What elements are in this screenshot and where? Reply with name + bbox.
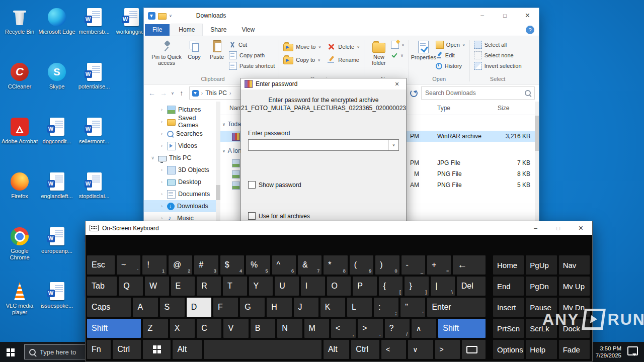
invert-selection-button[interactable]: Invert selection — [474, 62, 522, 70]
paste-button[interactable]: Paste — [206, 39, 227, 60]
osk-key[interactable]: H — [267, 298, 291, 317]
checkbox[interactable] — [248, 212, 256, 220]
checkbox[interactable] — [248, 181, 256, 189]
taskbar-clock[interactable]: 3:50 PM 7/29/2025 — [596, 345, 621, 359]
desktop-icon[interactable]: sellermont... — [75, 116, 113, 170]
nav-scrollbar-thumb[interactable] — [216, 185, 220, 200]
osk-key[interactable]: Shift — [87, 319, 141, 338]
osk-key[interactable]: J — [294, 298, 318, 317]
expand-chevron-icon[interactable]: ∨ — [150, 155, 155, 160]
osk-key[interactable]: ← — [453, 255, 486, 275]
osk-key[interactable]: Nav — [559, 255, 590, 275]
ribbon-tab[interactable]: Share — [203, 24, 234, 36]
osk-key[interactable]: Insert — [493, 298, 524, 317]
breadcrumb-item[interactable]: This PC — [205, 89, 227, 97]
desktop-icon[interactable]: membersb... — [75, 6, 113, 61]
select-all-button[interactable]: Select all — [474, 41, 522, 49]
osk-key[interactable]: # 3 — [194, 255, 218, 275]
forward-icon[interactable] — [159, 89, 168, 97]
osk-key[interactable]: ∨ — [408, 340, 433, 359]
select-none-button[interactable]: Select none — [474, 51, 522, 59]
osk-key[interactable]: V — [223, 319, 248, 338]
desktop-icon[interactable]: europeanp... — [38, 225, 75, 280]
easy-access-button[interactable] — [391, 51, 405, 59]
osk-key[interactable]: } ] — [405, 277, 429, 296]
use-for-all-archives-checkbox[interactable]: Use for all archives — [248, 212, 310, 220]
osk-key[interactable]: { [ — [379, 277, 403, 296]
minimize-button[interactable] — [471, 8, 494, 23]
refresh-icon[interactable] — [410, 89, 418, 97]
properties-button[interactable]: Properties — [413, 39, 434, 60]
desktop-icon[interactable]: Skype — [38, 61, 75, 116]
desktop-icon[interactable]: Google Chrome — [1, 225, 38, 280]
expand-chevron-icon[interactable]: › — [159, 167, 165, 172]
expand-chevron-icon[interactable]: › — [159, 216, 165, 221]
osk-key[interactable]: T — [223, 277, 247, 296]
osk-key[interactable]: End — [493, 277, 524, 296]
desktop-icon[interactable]: potentialse... — [75, 61, 113, 116]
nav-item[interactable]: › Saved Games — [144, 116, 216, 128]
move-to-button[interactable]: Move to — [283, 42, 321, 51]
combobox-chevron-icon[interactable] — [388, 140, 398, 150]
password-input[interactable] — [249, 140, 407, 150]
desktop-icon[interactable]: englandleft... — [38, 170, 75, 225]
osk-key[interactable]: Home — [493, 255, 524, 275]
expand-chevron-icon[interactable]: › — [159, 119, 165, 124]
osk-key[interactable]: U — [275, 277, 299, 296]
recent-locations-chevron-icon[interactable] — [171, 91, 174, 96]
history-button[interactable]: History — [436, 62, 465, 70]
start-button[interactable] — [0, 342, 24, 362]
osk-key[interactable] — [204, 340, 321, 359]
osk-key[interactable]: ^ 6 — [272, 255, 296, 275]
search-input[interactable] — [425, 89, 522, 97]
expand-chevron-icon[interactable]: › — [159, 204, 165, 209]
cut-button[interactable]: Cut — [229, 41, 275, 49]
expand-chevron-icon[interactable]: › — [159, 143, 165, 148]
osk-key[interactable]: ) 0 — [375, 255, 399, 275]
password-combobox[interactable] — [248, 139, 399, 151]
nav-item[interactable]: › Searches — [144, 128, 216, 140]
osk-key[interactable]: - _ — [401, 255, 425, 275]
ribbon-tab[interactable]: File — [145, 24, 170, 36]
osk-key[interactable]: O — [327, 277, 351, 296]
osk-key[interactable]: I — [301, 277, 325, 296]
osk-key[interactable]: Caps — [87, 298, 131, 317]
maximize-button[interactable] — [547, 221, 570, 235]
osk-key[interactable]: Enter — [427, 298, 486, 317]
osk-key[interactable]: ! 1 — [142, 255, 166, 275]
file-list-scrollbar-thumb[interactable] — [535, 116, 539, 151]
osk-key[interactable]: Options — [493, 340, 524, 359]
expand-chevron-icon[interactable]: › — [159, 131, 165, 136]
paste-shortcut-button[interactable]: Paste shortcut — [229, 62, 275, 70]
osk-key[interactable]: C — [197, 319, 221, 338]
notification-center-icon[interactable] — [627, 346, 638, 355]
osk-key[interactable]: > — [435, 340, 460, 359]
nav-scrollbar[interactable] — [216, 102, 220, 226]
osk-key[interactable]: $ 4 — [220, 255, 244, 275]
desktop-icon[interactable]: CCleaner — [1, 61, 38, 116]
nav-item[interactable]: › Pictures — [144, 104, 216, 116]
osk-key[interactable]: < , — [331, 319, 356, 338]
osk-key[interactable]: PgDn — [526, 277, 556, 296]
osk-key[interactable]: Y — [249, 277, 273, 296]
osk-key[interactable]: " ' — [400, 298, 425, 317]
new-folder-button[interactable]: New folder — [368, 39, 389, 66]
show-password-checkbox[interactable]: Show password — [248, 181, 301, 189]
osk-key[interactable]: N — [277, 319, 302, 338]
nav-item[interactable]: ∨ This PC — [144, 152, 216, 164]
help-icon[interactable] — [526, 26, 534, 34]
osk-key[interactable]: ~ ` — [117, 255, 140, 275]
close-button[interactable] — [516, 8, 539, 23]
osk-key[interactable]: Fade — [559, 340, 590, 359]
osk-key[interactable]: Alt — [324, 340, 349, 359]
osk-key[interactable]: Tab — [87, 277, 117, 296]
copy-button[interactable]: Copy — [184, 39, 205, 60]
desktop-icon[interactable]: VLC media player — [1, 280, 38, 335]
osk-key[interactable]: ∧ — [412, 319, 436, 338]
osk-key[interactable]: Esc — [87, 255, 115, 275]
osk-key[interactable]: Mv Dn — [559, 298, 590, 317]
osk-key[interactable] — [143, 340, 171, 359]
desktop-icon[interactable]: Recycle Bin — [1, 6, 38, 61]
osk-key[interactable]: X — [170, 319, 195, 338]
delete-button[interactable]: Delete — [327, 42, 360, 51]
